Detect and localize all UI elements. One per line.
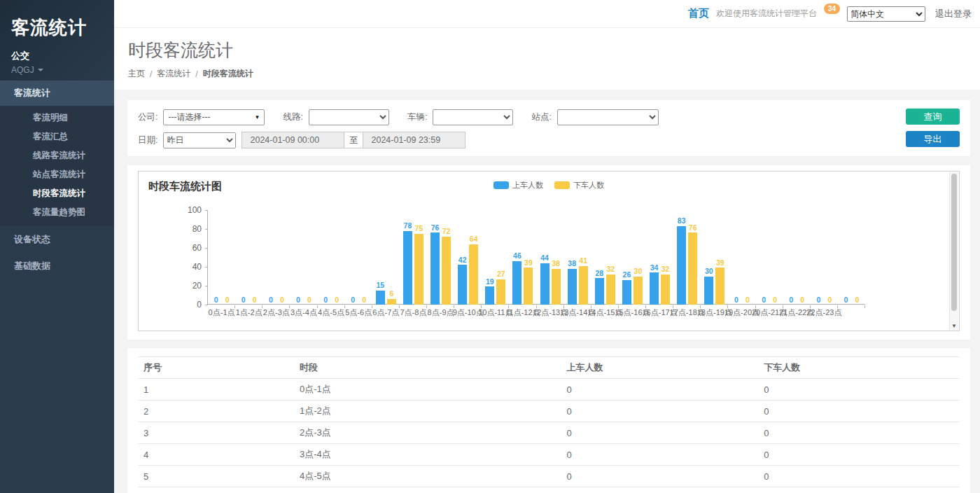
sidebar-nav: 客流统计 客流明细客流汇总线路客流统计站点客流统计时段客流统计客流量趋势图 设备… xyxy=(0,81,114,279)
bar-value-label: 0 xyxy=(800,296,804,304)
bar-value-label: 39 xyxy=(524,259,533,267)
table-cell: 2点-3点 xyxy=(294,422,561,444)
chart-category: 1566点-7点 xyxy=(372,210,400,305)
bar-value-label: 39 xyxy=(716,259,724,267)
bar xyxy=(469,244,478,305)
sidebar-subitem[interactable]: 站点客流统计 xyxy=(0,165,114,184)
scrollbar-thumb[interactable] xyxy=(951,174,957,311)
sidebar-section-passenger-stats[interactable]: 客流统计 xyxy=(0,81,114,106)
table-cell: 0 xyxy=(758,401,960,422)
sidebar-subitem[interactable]: 时段客流统计 xyxy=(0,184,114,203)
table-cell: 0 xyxy=(561,379,759,401)
bar xyxy=(661,275,670,305)
breadcrumb-home[interactable]: 主页 xyxy=(128,68,145,80)
chart-vertical-scrollbar[interactable]: ▼ xyxy=(949,172,958,330)
sidebar-item-device-status[interactable]: 设备状态 xyxy=(0,226,114,253)
y-axis-tick-mark xyxy=(205,286,208,286)
bar-value-label: 27 xyxy=(497,270,505,278)
breadcrumb-separator: / xyxy=(150,69,152,79)
bar-value-label: 42 xyxy=(458,256,467,264)
col-header-alighting: 下车人数 xyxy=(758,357,960,379)
sidebar-subitem[interactable]: 客流量趋势图 xyxy=(0,203,114,222)
chevron-down-icon xyxy=(38,69,43,71)
bar-value-label: 75 xyxy=(415,225,424,232)
bar-value-label: 0 xyxy=(762,296,766,304)
query-button[interactable]: 查询 xyxy=(906,109,960,125)
bar-value-label: 30 xyxy=(634,268,643,275)
chart-category: 192710点-11点 xyxy=(482,210,509,305)
bar xyxy=(403,231,412,305)
table-cell: 0 xyxy=(758,422,960,444)
bar xyxy=(688,232,697,305)
page-title: 时段客流统计 xyxy=(128,39,980,62)
scrollbar-down-arrow-icon[interactable]: ▼ xyxy=(950,323,958,329)
user-menu[interactable]: AQGJ xyxy=(11,65,103,75)
filter-panel: 公司: ---请选择--- ▼ 线路: 车辆: xyxy=(127,100,970,156)
home-link[interactable]: 首页 xyxy=(688,7,709,20)
vehicle-select[interactable] xyxy=(433,109,513,125)
bar-value-label: 0 xyxy=(241,296,246,304)
date-preset-select[interactable]: 昨日 xyxy=(163,132,236,148)
company-select[interactable]: ---请选择--- xyxy=(163,109,265,125)
chart-container: 时段车流统计图 上车人数 下车人数 000点-1点001点-2点002点-3点0… xyxy=(138,171,960,331)
bar xyxy=(634,277,643,305)
vehicle-label: 车辆: xyxy=(407,111,427,123)
chart-category: 837617点-18点 xyxy=(673,210,701,305)
sidebar-item-base-data[interactable]: 基础数据 xyxy=(0,253,114,279)
table-row: 32点-3点00 xyxy=(138,422,960,444)
chart-category: 283214点-15点 xyxy=(592,210,619,305)
date-range-separator: 至 xyxy=(344,132,363,148)
bar-value-label: 64 xyxy=(470,235,478,243)
x-axis-label: 7点-8点 xyxy=(400,307,426,318)
y-axis-tick-mark xyxy=(205,248,208,249)
line-select[interactable] xyxy=(309,109,389,125)
breadcrumb-passenger-stats[interactable]: 客流统计 xyxy=(157,68,190,80)
y-axis-tick-mark xyxy=(205,305,208,305)
bar-value-label: 0 xyxy=(827,296,832,304)
legend-item-alighting[interactable]: 下车人数 xyxy=(554,180,604,190)
sidebar-subitem[interactable]: 客流汇总 xyxy=(0,127,114,146)
table-cell: 1点-2点 xyxy=(294,401,561,422)
table-cell: 0 xyxy=(758,466,960,487)
org-name: 公交 xyxy=(11,50,103,62)
bar-value-label: 0 xyxy=(280,296,284,304)
breadcrumb: 主页 / 客流统计 / 时段客流统计 xyxy=(128,68,980,80)
bar-value-label: 0 xyxy=(335,296,339,304)
main-area: 首页 欢迎使用客流统计管理平台 34 简体中文 退出登录 时段客流统计 主页 /… xyxy=(114,0,980,493)
sidebar-subitem[interactable]: 客流明细 xyxy=(0,109,114,127)
y-axis-tick-mark xyxy=(205,229,208,230)
x-axis-label: 6点-7点 xyxy=(372,307,399,318)
legend-swatch-alighting-icon xyxy=(554,181,570,189)
legend-item-boarding[interactable]: 上车人数 xyxy=(493,180,543,190)
export-button[interactable]: 导出 xyxy=(906,131,960,147)
language-select[interactable]: 简体中文 xyxy=(847,6,925,22)
table-cell: 3点-4点 xyxy=(294,444,561,466)
welcome-text: 欢迎使用客流统计管理平台 xyxy=(716,8,817,20)
station-select[interactable] xyxy=(557,109,659,125)
table-cell: 4 xyxy=(138,444,294,466)
table-cell: 5点-6点 xyxy=(294,487,561,493)
bar-value-label: 26 xyxy=(623,271,631,279)
table-row: 10点-1点00 xyxy=(138,379,960,401)
topbar: 首页 欢迎使用客流统计管理平台 34 简体中文 退出登录 xyxy=(114,0,980,28)
y-axis-tick-mark xyxy=(205,210,208,211)
table-cell: 0 xyxy=(561,422,759,444)
table-cell: 0 xyxy=(561,466,759,487)
bar-value-label: 0 xyxy=(746,296,750,304)
table-cell: 0 xyxy=(561,487,759,493)
breadcrumb-current: 时段客流统计 xyxy=(203,68,253,80)
sidebar-subitem[interactable]: 线路客流统计 xyxy=(0,146,114,165)
bar-value-label: 19 xyxy=(486,278,494,286)
table-header-row: 序号 时段 上车人数 下车人数 xyxy=(138,357,960,379)
date-end-input[interactable] xyxy=(363,132,465,148)
table-cell: 0 xyxy=(758,487,960,493)
date-start-input[interactable] xyxy=(241,132,344,148)
logout-link[interactable]: 退出登录 xyxy=(935,8,972,20)
bar-value-label: 0 xyxy=(816,296,820,304)
x-axis-label: 3点-4点 xyxy=(290,307,317,318)
bar-value-label: 32 xyxy=(606,265,615,273)
chart-category: 0023点-24点 xyxy=(838,210,865,305)
bar-value-label: 0 xyxy=(855,296,860,304)
bar xyxy=(622,280,631,305)
bar-value-label: 0 xyxy=(296,296,300,304)
